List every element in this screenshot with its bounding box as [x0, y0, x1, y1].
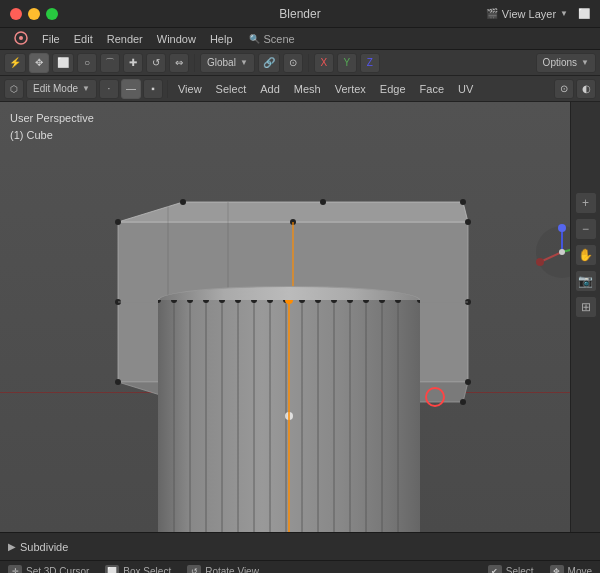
svg-point-11 [180, 199, 186, 205]
header-edge[interactable]: Edge [374, 81, 412, 97]
svg-point-65 [536, 258, 544, 266]
header-add[interactable]: Add [254, 81, 286, 97]
scene-label: Scene [264, 33, 295, 45]
status-set-cursor: ✛ Set 3D Cursor [8, 565, 89, 574]
separator2 [308, 54, 309, 72]
svg-point-7 [115, 219, 121, 225]
object-label: (1) Cube [10, 127, 94, 144]
options-dropdown[interactable]: Options ▼ [536, 53, 596, 73]
status-move-label: Move [568, 566, 592, 573]
viewport-shading-btn[interactable]: ◐ [576, 79, 596, 99]
header-view[interactable]: View [172, 81, 208, 97]
svg-point-9 [465, 379, 471, 385]
header-vertex[interactable]: Vertex [329, 81, 372, 97]
pan-btn[interactable]: ✋ [575, 244, 597, 266]
box-select-icon: ⬜ [105, 565, 119, 574]
toolbar-scale-tool[interactable]: ⇔ [169, 53, 189, 73]
status-box-select: ⬜ Box Select [105, 565, 171, 574]
toolbar-rotate-tool[interactable]: ↺ [146, 53, 166, 73]
header-mesh[interactable]: Mesh [288, 81, 327, 97]
editor-type-btn[interactable]: ⬡ [4, 79, 24, 99]
svg-point-70 [558, 224, 566, 232]
view-layer-label: View Layer [502, 8, 556, 20]
mode-label: Edit Mode [33, 83, 78, 94]
move-icon: ✥ [550, 565, 564, 574]
status-rotate-label: Rotate View [205, 566, 259, 573]
svg-point-10 [115, 379, 121, 385]
menubar: File Edit Render Window Help 🔍 Scene [0, 28, 600, 50]
close-button[interactable] [10, 8, 22, 20]
titlebar: Blender 🎬 View Layer ▼ ⬜ [0, 0, 600, 28]
menu-file[interactable]: File [36, 31, 66, 47]
svg-point-71 [559, 249, 565, 255]
statusbar: ✛ Set 3D Cursor ⬜ Box Select ↺ Rotate Vi… [0, 560, 600, 573]
zoom-out-btn[interactable]: − [575, 218, 597, 240]
perspective-label: User Perspective [10, 110, 94, 127]
camera-btn[interactable]: 📷 [575, 270, 597, 292]
axis-y-btn[interactable]: Y [337, 53, 357, 73]
svg-point-14 [460, 399, 466, 405]
toolbar1: ⚡ ✥ ⬜ ○ ⌒ ✚ ↺ ⇔ Global ▼ 🔗 ⊙ X Y Z Optio… [0, 50, 600, 76]
status-box-label: Box Select [123, 566, 171, 573]
axis-x-btn[interactable]: X [314, 53, 334, 73]
right-tools-panel: + − ✋ 📷 ⊞ [570, 102, 600, 532]
toolbar-icon-mode[interactable]: ⚡ [4, 53, 26, 73]
menu-window[interactable]: Window [151, 31, 202, 47]
status-select-label: Select [506, 566, 534, 573]
toolbar-snap-btn[interactable]: 🔗 [258, 53, 280, 73]
select-icon: ✔ [488, 565, 502, 574]
menu-render[interactable]: Render [101, 31, 149, 47]
edge-mode-btn[interactable]: — [121, 79, 141, 99]
svg-point-1 [19, 36, 23, 40]
status-cursor-label: Set 3D Cursor [26, 566, 89, 573]
toolbar-box-select[interactable]: ⬜ [52, 53, 74, 73]
status-select: ✔ Select [488, 565, 534, 574]
svg-point-8 [465, 219, 471, 225]
sep3 [167, 80, 168, 98]
header-select[interactable]: Select [210, 81, 253, 97]
toolbar-select-tool[interactable]: ✥ [29, 53, 49, 73]
selection-circle [425, 387, 445, 407]
toolbar-circle-select[interactable]: ○ [77, 53, 97, 73]
cylinder-body-svg [158, 300, 420, 532]
zoom-in-btn[interactable]: + [575, 192, 597, 214]
status-rotate-view: ↺ Rotate View [187, 565, 259, 574]
minimize-button[interactable] [28, 8, 40, 20]
toolbar-move-tool[interactable]: ✚ [123, 53, 143, 73]
view-layer-badge: 🎬 View Layer ▼ ⬜ [486, 8, 590, 20]
panel-expand-arrow[interactable]: ▶ [8, 541, 16, 552]
viewport-overlays-btn[interactable]: ⊙ [554, 79, 574, 99]
viewport[interactable]: User Perspective (1) Cube Y + − ✋ 📷 ⊞ [0, 102, 600, 532]
toolbar-lasso-select[interactable]: ⌒ [100, 53, 120, 73]
subdivide-label: Subdivide [20, 541, 68, 553]
svg-point-12 [460, 199, 466, 205]
menu-blender[interactable] [8, 29, 34, 49]
svg-point-19 [320, 199, 326, 205]
viewport-info: User Perspective (1) Cube [10, 110, 94, 143]
menu-help[interactable]: Help [204, 31, 239, 47]
window-controls [10, 8, 58, 20]
rotate-view-icon: ↺ [187, 565, 201, 574]
header-face[interactable]: Face [414, 81, 450, 97]
header-uv[interactable]: UV [452, 81, 479, 97]
cursor-icon: ✛ [8, 565, 22, 574]
render-region-btn[interactable]: ⊞ [575, 296, 597, 318]
transform-orientation-dropdown[interactable]: Global ▼ [200, 53, 255, 73]
face-mode-btn[interactable]: ▪ [143, 79, 163, 99]
axis-z-btn[interactable]: Z [360, 53, 380, 73]
bottom-panel: ▶ Subdivide [0, 532, 600, 560]
mode-dropdown[interactable]: Edit Mode ▼ [26, 79, 97, 99]
header-toolbar: ⬡ Edit Mode ▼ · — ▪ View Select Add Mesh… [0, 76, 600, 102]
toolbar-proportional-edit[interactable]: ⊙ [283, 53, 303, 73]
status-move: ✥ Move [550, 565, 592, 574]
menu-edit[interactable]: Edit [68, 31, 99, 47]
vertex-mode-btn[interactable]: · [99, 79, 119, 99]
separator1 [194, 54, 195, 72]
maximize-button[interactable] [46, 8, 58, 20]
